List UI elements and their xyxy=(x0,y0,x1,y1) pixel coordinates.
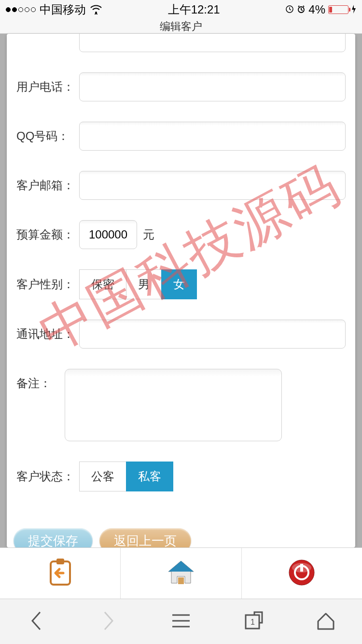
email-label: 客户邮箱： xyxy=(16,178,79,193)
gender-female-button[interactable]: 女 xyxy=(161,269,197,299)
status-segment: 公客 私客 xyxy=(79,462,173,491)
phone-input[interactable] xyxy=(79,72,346,101)
tab-home[interactable] xyxy=(121,548,241,599)
home-outline-icon xyxy=(316,612,335,632)
email-input[interactable] xyxy=(79,171,346,200)
clipboard-icon xyxy=(47,558,74,589)
svg-point-0 xyxy=(95,12,97,14)
tabs-icon: 1 xyxy=(244,611,263,632)
row-remarks: 备注： xyxy=(16,369,346,441)
gender-label: 客户性别： xyxy=(16,277,79,292)
phone-label: 用户电话： xyxy=(16,79,79,95)
budget-label: 预算金额： xyxy=(16,227,79,242)
alarm-icon xyxy=(297,3,306,16)
battery-pct: 4% xyxy=(308,3,325,16)
status-right: 4% xyxy=(285,3,356,16)
signal-icon xyxy=(6,7,36,12)
row-phone: 用户电话： xyxy=(16,72,346,101)
top-partial-input[interactable] xyxy=(79,34,346,52)
remarks-input[interactable] xyxy=(65,369,282,441)
status-public-button[interactable]: 公客 xyxy=(79,462,126,491)
nav-forward[interactable] xyxy=(97,610,120,633)
status-left: 中国移动 xyxy=(6,2,102,17)
browser-nav: 1 xyxy=(0,599,362,644)
home-icon xyxy=(166,558,196,589)
rotation-lock-icon xyxy=(285,3,294,16)
menu-icon xyxy=(171,613,191,630)
tab-power[interactable] xyxy=(242,548,362,599)
qq-label: QQ号码： xyxy=(16,128,79,144)
status-label: 客户状态： xyxy=(16,469,79,484)
battery-icon xyxy=(328,5,348,14)
svg-point-10 xyxy=(292,563,311,573)
chevron-left-icon xyxy=(29,610,43,633)
svg-rect-5 xyxy=(178,577,184,584)
row-status: 客户状态： 公客 私客 xyxy=(16,462,346,491)
power-icon xyxy=(288,559,315,588)
budget-input[interactable] xyxy=(79,220,137,249)
budget-unit: 元 xyxy=(143,227,154,242)
address-input[interactable] xyxy=(79,320,346,349)
address-label: 通讯地址： xyxy=(16,326,79,342)
row-email: 客户邮箱： xyxy=(16,171,346,200)
tab-clipboard[interactable] xyxy=(0,548,121,599)
status-bar: 中国移动 上午12:21 4% xyxy=(0,0,362,19)
row-address: 通讯地址： xyxy=(16,320,346,349)
svg-rect-4 xyxy=(56,559,64,564)
charging-icon xyxy=(351,3,356,16)
wifi-icon xyxy=(90,5,102,14)
nav-home[interactable] xyxy=(314,610,337,633)
bottom-tabs xyxy=(0,547,362,599)
nav-tabs[interactable]: 1 xyxy=(242,610,265,633)
page-title: 编辑客户 xyxy=(0,19,362,34)
svg-text:1: 1 xyxy=(251,618,255,626)
form-card: 用户电话： QQ号码： 客户邮箱： 预算金额： 元 客户性别： 保密 男 女 通… xyxy=(7,34,355,547)
row-budget: 预算金额： 元 xyxy=(16,220,346,249)
row-qq: QQ号码： xyxy=(16,122,346,151)
nav-menu[interactable] xyxy=(169,610,193,633)
back-button[interactable]: 返回上一页 xyxy=(99,528,191,547)
row-unknown-top xyxy=(16,34,346,52)
gender-secret-button[interactable]: 保密 xyxy=(79,269,126,299)
gender-male-button[interactable]: 男 xyxy=(126,269,162,299)
action-buttons: 提交保存 返回上一页 xyxy=(7,522,355,547)
row-gender: 客户性别： 保密 男 女 xyxy=(16,269,346,299)
submit-button[interactable]: 提交保存 xyxy=(14,528,93,547)
chevron-right-icon xyxy=(102,610,115,633)
nav-back[interactable] xyxy=(25,610,48,633)
gender-segment: 保密 男 女 xyxy=(79,269,197,299)
carrier-label: 中国移动 xyxy=(40,2,86,17)
status-private-button[interactable]: 私客 xyxy=(126,462,173,491)
qq-input[interactable] xyxy=(79,122,346,151)
status-time: 上午12:21 xyxy=(168,2,220,17)
